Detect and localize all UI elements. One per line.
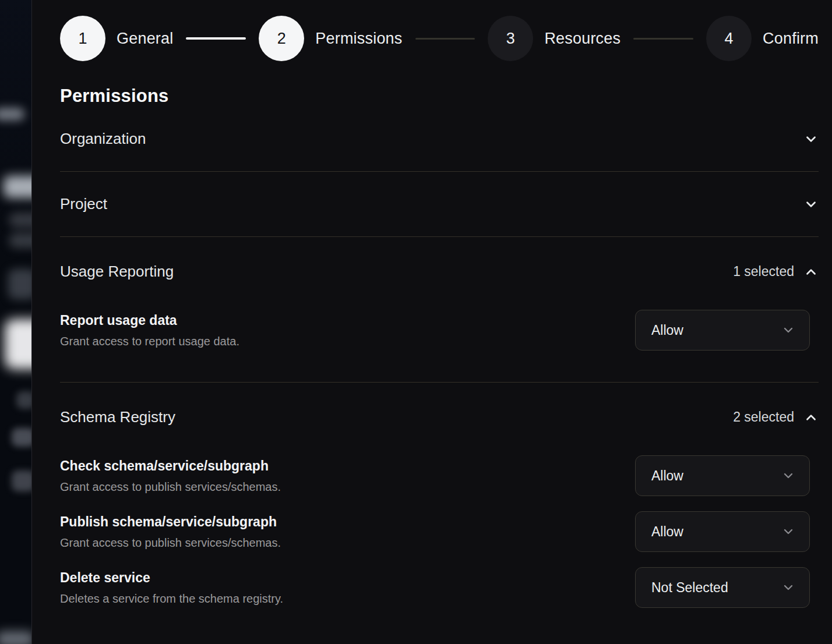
permission-description: Deletes a service from the schema regist… — [60, 590, 283, 607]
select-value: Allow — [651, 468, 683, 484]
sidebar-blur-item — [0, 631, 32, 644]
selected-count-badge: 2 selected — [733, 409, 794, 425]
chevron-down-icon — [781, 581, 795, 595]
wizard-stepper: 1 General 2 Permissions 3 Resources 4 Co… — [60, 16, 819, 61]
page-title: Permissions — [60, 86, 819, 107]
permission-description: Grant access to publish services/schemas… — [60, 479, 281, 495]
sidebar-blur-item — [5, 319, 32, 369]
chevron-down-icon — [781, 525, 795, 539]
sidebar-blur-item — [9, 213, 32, 228]
step-connector — [633, 38, 693, 40]
sidebar-blur-item — [0, 108, 24, 121]
permission-description: Grant access to report usage data. — [60, 333, 239, 349]
permission-value-select[interactable]: Allow — [635, 511, 810, 552]
chevron-down-icon — [803, 132, 819, 147]
permission-row-report-usage: Report usage data Grant access to report… — [60, 310, 819, 351]
chevron-down-icon — [803, 197, 819, 212]
section-project[interactable]: Project — [60, 172, 819, 237]
permission-value-select[interactable]: Not Selected — [635, 567, 810, 608]
section-schema-registry-title: Schema Registry — [60, 408, 175, 426]
step-resources-label: Resources — [544, 30, 621, 48]
permission-title: Check schema/service/subgraph — [60, 457, 281, 475]
step-permissions-number: 2 — [259, 16, 304, 61]
step-general-number: 1 — [60, 16, 105, 61]
permission-row-check-schema: Check schema/service/subgraph Grant acce… — [60, 455, 819, 496]
selected-count-badge: 1 selected — [733, 264, 794, 279]
sidebar-blur-item — [16, 391, 32, 409]
step-confirm-number: 4 — [706, 16, 752, 61]
sidebar-blur-item — [12, 428, 32, 447]
chevron-down-icon — [781, 469, 795, 483]
step-connector — [186, 37, 246, 40]
permission-value-select[interactable]: Allow — [635, 310, 810, 351]
step-confirm-label: Confirm — [763, 30, 819, 48]
step-connector — [415, 38, 475, 40]
section-organization[interactable]: Organization — [60, 107, 819, 172]
section-usage-reporting-body: Report usage data Grant access to report… — [60, 310, 819, 383]
step-confirm[interactable]: 4 Confirm — [706, 16, 819, 61]
section-project-title: Project — [60, 195, 107, 213]
permission-description: Grant access to publish services/schemas… — [60, 535, 281, 551]
chevron-up-icon — [803, 264, 819, 279]
section-usage-reporting-title: Usage Reporting — [60, 263, 174, 281]
permission-row-publish-schema: Publish schema/service/subgraph Grant ac… — [60, 511, 819, 552]
background-sidebar — [0, 0, 32, 644]
chevron-down-icon — [781, 323, 795, 337]
select-value: Not Selected — [651, 580, 728, 596]
step-permissions-label: Permissions — [315, 30, 402, 48]
select-value: Allow — [651, 524, 683, 540]
sidebar-blur-item — [9, 233, 32, 248]
permission-title: Publish schema/service/subgraph — [60, 513, 281, 530]
permission-title: Delete service — [60, 569, 283, 586]
sidebar-blur-item — [12, 470, 32, 491]
section-schema-registry-body: Check schema/service/subgraph Grant acce… — [60, 455, 819, 625]
permission-value-select[interactable]: Allow — [635, 455, 810, 496]
step-permissions[interactable]: 2 Permissions — [259, 16, 402, 61]
section-usage-reporting[interactable]: Usage Reporting 1 selected — [60, 237, 819, 281]
step-resources[interactable]: 3 Resources — [488, 16, 621, 61]
permission-title: Report usage data — [60, 312, 239, 329]
select-value: Allow — [651, 323, 683, 338]
chevron-up-icon — [803, 410, 819, 425]
section-organization-title: Organization — [60, 130, 146, 148]
step-resources-number: 3 — [488, 16, 533, 61]
section-schema-registry[interactable]: Schema Registry 2 selected — [60, 383, 819, 426]
sidebar-blur-item — [3, 176, 32, 198]
create-token-wizard: 1 General 2 Permissions 3 Resources 4 Co… — [33, 0, 832, 644]
sidebar-blur-item — [8, 269, 32, 299]
step-general[interactable]: 1 General — [60, 16, 173, 61]
step-general-label: General — [117, 30, 173, 48]
permission-row-delete-service: Delete service Deletes a service from th… — [60, 567, 819, 608]
